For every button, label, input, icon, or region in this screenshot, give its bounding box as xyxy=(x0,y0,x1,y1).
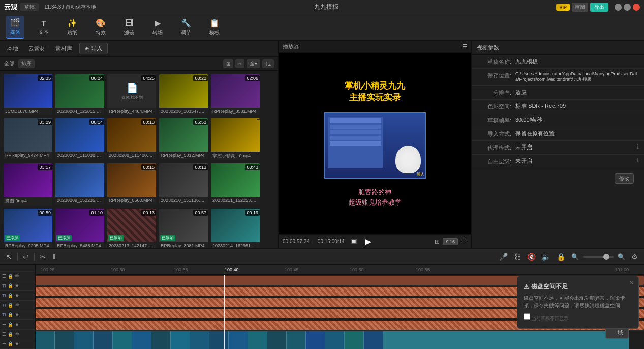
toolbar-adjust[interactable]: 🔧 调节 xyxy=(177,16,195,38)
list-item[interactable]: 00:19 20230214_162951.mp4 xyxy=(210,208,260,248)
param-row-import: 导入方式: 保留在原有位置 xyxy=(472,127,644,141)
list-item[interactable]: 00:15 RPReplay_0560.MP4 xyxy=(107,163,157,206)
tab-cloud[interactable]: 云素材 xyxy=(25,44,48,53)
mute2-button[interactable]: 🔈 xyxy=(540,252,553,262)
track-lock-3[interactable]: 🔒 xyxy=(8,303,13,308)
list-item[interactable]: 00:13 已添加 20230213_142147.mp4 xyxy=(107,208,157,248)
draft-button[interactable]: 草稿 xyxy=(20,3,39,11)
preview-fit-btn[interactable]: ⊞ xyxy=(435,238,440,245)
preview-resolution-btn[interactable]: 9:16 xyxy=(443,238,458,245)
grid-view-btn[interactable]: ⊞ xyxy=(223,59,233,68)
track-eye-4[interactable]: 👁 xyxy=(15,312,19,317)
track-eye-7[interactable]: 👁 xyxy=(15,341,19,346)
list-item[interactable]: 📄 媒体 找不到 04:25 RPReplay_4464.MP4 xyxy=(107,74,157,115)
list-item[interactable]: 00:59 已添加 RPReplay_9205.MP4 xyxy=(3,208,53,248)
list-item[interactable]: 03:17 拼图.0mp4 xyxy=(3,163,53,206)
select-tool-button[interactable]: ↖ xyxy=(4,252,14,262)
sort-button[interactable]: 排序 xyxy=(18,59,35,68)
timeline-toolbar: ↖ ↩ ✂ ‖ 🎤 ⛓ 🔇 🔈 🔒 🔍 🔍 ⚙ xyxy=(0,249,644,265)
preview-video-title-line2: 主播实玩实录 xyxy=(345,92,405,104)
list-item[interactable]: 00:14 20230207_111038.mp4 xyxy=(55,118,105,161)
notification-close-button[interactable]: ✕ xyxy=(629,279,634,286)
list-view-btn[interactable]: ≡ xyxy=(235,59,244,68)
order-btn[interactable]: 全▾ xyxy=(247,59,260,68)
maximize-button[interactable] xyxy=(624,4,631,11)
list-item[interactable]: 00:43 20230211_152253.mp4 xyxy=(210,163,260,206)
list-item[interactable]: 00:57 已添加 RPReplay_3081.MP4 xyxy=(159,208,208,248)
timeline: ↖ ↩ ✂ ‖ 🎤 ⛓ 🔇 🔈 🔒 🔍 🔍 ⚙ ☰ � xyxy=(0,248,644,349)
track-lock-0[interactable]: 🔒 xyxy=(8,274,13,279)
arrange-btn[interactable]: Tz xyxy=(262,59,274,68)
zoom-slider[interactable] xyxy=(583,256,614,258)
undo-button[interactable]: ↩ xyxy=(21,252,31,262)
toolbar-transition[interactable]: ▶ 转场 xyxy=(148,16,167,38)
notification-title: ⚠ 磁盘空间不足 xyxy=(524,282,632,291)
track-eye-3[interactable]: 👁 xyxy=(15,303,19,308)
edit-params-button[interactable]: 修改 xyxy=(615,173,634,184)
track-lock-5[interactable]: 🔒 xyxy=(8,322,13,327)
list-item[interactable]: 00:24 20230204_125015.mp4 xyxy=(55,74,105,115)
mute-button[interactable]: 🔇 xyxy=(525,252,538,262)
track-lock-2[interactable]: 🔒 xyxy=(8,293,13,298)
list-item[interactable]: 掌控小精灵...0mp4 xyxy=(210,118,260,161)
tab-local[interactable]: 本地 xyxy=(4,44,21,53)
preview-bottom-line1: 脏客路的神 xyxy=(349,187,402,197)
toolbar-template[interactable]: 📋 模板 xyxy=(205,16,224,38)
toolbar-text[interactable]: T 文本 xyxy=(35,17,53,38)
list-item[interactable]: 03:29 RPReplay_9474.MP4 xyxy=(3,118,53,161)
timeline-right-controls: 🎤 ⛓ 🔇 🔈 🔒 🔍 🔍 ⚙ xyxy=(497,252,640,262)
video-main-clip[interactable]: RPRe... xyxy=(36,331,629,349)
track-lock-4[interactable]: 🔒 xyxy=(8,312,13,317)
zoom-out-button[interactable]: 🔍 xyxy=(569,252,581,261)
list-item[interactable]: 20230209_152235.mp4 xyxy=(55,163,105,206)
track-lock-7[interactable]: 🔒 xyxy=(8,341,13,346)
toolbar-effect[interactable]: 🎨 特效 xyxy=(91,16,110,38)
list-item[interactable]: 00:13 20230208_111400.mp4 xyxy=(107,118,157,161)
param-value-free: 未开启 xyxy=(515,157,633,165)
track-eye-1[interactable]: 👁 xyxy=(15,283,19,288)
track-eye-5[interactable]: 👁 xyxy=(15,322,19,327)
track-eye-2[interactable]: 👁 xyxy=(15,293,19,298)
mic-button[interactable]: 🎤 xyxy=(497,252,510,262)
toolbar-media[interactable]: 🎬 媒体 xyxy=(6,16,24,39)
vip-badge[interactable]: VIP xyxy=(556,4,570,11)
list-item[interactable]: 05:52 RPReplay_5012.MP4 xyxy=(159,118,208,161)
list-item[interactable]: 00:22 20230206_103547.mp4 xyxy=(159,74,208,115)
playhead[interactable] xyxy=(224,275,225,349)
ruler-header-spacer xyxy=(0,265,35,272)
import-button[interactable]: ⊕ 导入 xyxy=(79,43,108,54)
toolbar-filter[interactable]: 🎞 滤镜 xyxy=(120,17,138,38)
sticker-icon: ✨ xyxy=(67,18,77,28)
track-eye-0[interactable]: 👁 xyxy=(15,274,19,279)
split-label-button[interactable]: ‖ xyxy=(51,253,57,260)
settings-button[interactable]: ⚙ xyxy=(629,252,640,262)
zoom-in-button[interactable]: 🔍 xyxy=(616,252,627,261)
lock-button[interactable]: 🔒 xyxy=(555,252,567,262)
track-lock-6[interactable]: 🔒 xyxy=(8,332,13,337)
split-button[interactable]: ✂ xyxy=(38,252,48,262)
preview-play-button[interactable]: ▶ xyxy=(361,237,375,246)
preview-fullscreen-btn[interactable]: ⛶ xyxy=(461,238,467,245)
proxy-info-icon[interactable]: ℹ xyxy=(637,143,639,150)
track-lock-1[interactable]: 🔒 xyxy=(8,283,13,288)
list-item[interactable]: 02:06 RPReplay_8581.MP4 xyxy=(210,74,260,115)
close-button[interactable] xyxy=(633,4,640,11)
list-item[interactable]: 02:35 JCOD1870.MP4 xyxy=(3,74,53,115)
preview-time-current: 00:00:57:24 xyxy=(283,239,310,244)
param-row-res: 分辨率: 适应 xyxy=(472,86,644,100)
preview-menu-icon[interactable]: ☰ xyxy=(462,43,467,50)
effect-icon: 🎨 xyxy=(96,18,106,28)
list-item[interactable]: 01:10 已添加 RPReplay_5488.MP4 xyxy=(55,208,105,248)
link-button[interactable]: ⛓ xyxy=(512,252,523,262)
review-badge[interactable]: 审阅 xyxy=(572,3,588,12)
minimize-button[interactable] xyxy=(615,4,622,11)
track-eye-6[interactable]: 👁 xyxy=(15,332,19,337)
export-badge[interactable]: 导出 xyxy=(590,3,608,12)
notification-no-show-checkbox[interactable] xyxy=(524,313,530,320)
list-item[interactable]: 00:13 20230210_151136.mp4 xyxy=(159,163,208,206)
tab-library[interactable]: 素材库 xyxy=(52,44,75,53)
free-layer-info-icon[interactable]: ℹ xyxy=(637,157,639,164)
track-header-5: ☰ 🔒 👁 xyxy=(0,320,35,330)
toolbar-sticker[interactable]: ✨ 贴纸 xyxy=(63,16,81,38)
tracks-header: ☰ 🔒 👁 TI 🔒 👁 TI 🔒 👁 TI 🔒 👁 TI 🔒 xyxy=(0,265,36,349)
